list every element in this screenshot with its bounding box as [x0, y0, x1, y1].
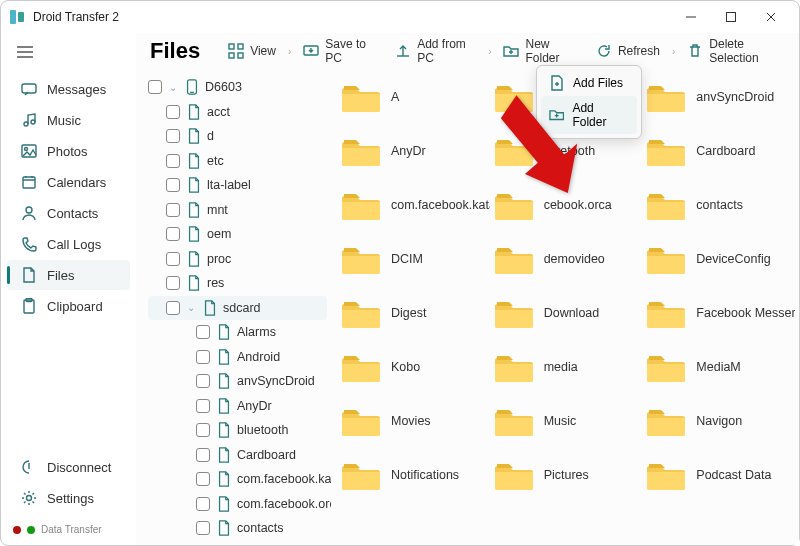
sidebar-item-settings[interactable]: Settings [7, 483, 130, 513]
folder-item[interactable]: Facebook Messer [646, 291, 795, 335]
tree-item-AnyDr[interactable]: AnyDr [148, 394, 327, 419]
tree-item-label: res [207, 276, 224, 290]
tree-item-proc[interactable]: proc [148, 247, 327, 272]
svg-rect-21 [229, 53, 234, 58]
folder-icon [646, 188, 686, 222]
close-button[interactable] [751, 3, 791, 31]
upload-icon [395, 43, 411, 59]
checkbox[interactable] [196, 521, 210, 535]
checkbox[interactable] [166, 203, 180, 217]
sidebar-item-files[interactable]: Files [7, 260, 130, 290]
folder-item[interactable]: Podcast Data [646, 453, 795, 497]
checkbox[interactable] [196, 374, 210, 388]
checkbox[interactable] [166, 105, 180, 119]
toolbar: Files View › Save to PC Add from PC › [136, 33, 799, 69]
tree-item-Cardboard[interactable]: Cardboard [148, 443, 327, 468]
folder-item[interactable]: MediaM [646, 345, 795, 389]
caret-icon[interactable]: ⌄ [168, 82, 178, 93]
view-button[interactable]: View [222, 39, 282, 63]
tree-item-Android[interactable]: Android [148, 345, 327, 370]
checkbox[interactable] [196, 399, 210, 413]
tree-item-Alarms[interactable]: Alarms [148, 320, 327, 345]
svg-rect-20 [238, 44, 243, 49]
folder-item[interactable]: Download [494, 291, 643, 335]
hamburger-icon[interactable] [17, 45, 136, 63]
status-dot-green [27, 526, 35, 534]
checkbox[interactable] [166, 301, 180, 315]
save-to-pc-button[interactable]: Save to PC [297, 33, 383, 69]
tree-item-com-facebook-orc[interactable]: com.facebook.orc [148, 492, 327, 517]
caret-icon[interactable]: ⌄ [186, 302, 196, 313]
sidebar-item-calendars[interactable]: Calendars [7, 167, 130, 197]
tree-item-sdcard[interactable]: ⌄sdcard [148, 296, 327, 321]
folder-item[interactable]: contacts [646, 183, 795, 227]
checkbox[interactable] [148, 80, 162, 94]
add-from-pc-button[interactable]: Add from PC [389, 33, 482, 69]
sidebar-item-contacts[interactable]: Contacts [7, 198, 130, 228]
checkbox[interactable] [166, 252, 180, 266]
tree-item-d[interactable]: d [148, 124, 327, 149]
checkbox[interactable] [196, 472, 210, 486]
tree-item-anvSyncDroid[interactable]: anvSyncDroid [148, 369, 327, 394]
refresh-button[interactable]: Refresh [590, 39, 666, 63]
folder-item[interactable]: Cardboard [646, 129, 795, 173]
folder-item[interactable]: Pictures [494, 453, 643, 497]
folder-icon [494, 458, 534, 492]
folder-item[interactable]: Navigon [646, 399, 795, 443]
tree-item-mnt[interactable]: mnt [148, 198, 327, 223]
tree-item-contacts[interactable]: contacts [148, 516, 327, 541]
maximize-button[interactable] [711, 3, 751, 31]
checkbox[interactable] [196, 448, 210, 462]
folder-item[interactable]: Notifications [341, 453, 490, 497]
folder-item[interactable]: Movies [341, 399, 490, 443]
tree-item-com-facebook-kat[interactable]: com.facebook.kat [148, 467, 327, 492]
sidebar-item-clipboard[interactable]: Clipboard [7, 291, 130, 321]
checkbox[interactable] [196, 423, 210, 437]
new-folder-button[interactable]: New Folder [497, 33, 583, 69]
delete-selection-button[interactable]: Delete Selection [681, 33, 791, 69]
folder-item[interactable]: demovideo [494, 237, 643, 281]
sidebar-item-call-logs[interactable]: Call Logs [7, 229, 130, 259]
folder-item[interactable]: DCIM [341, 237, 490, 281]
checkbox[interactable] [166, 227, 180, 241]
folder-icon [341, 134, 381, 168]
folder-item[interactable]: Kobo [341, 345, 490, 389]
folder-item[interactable]: DeviceConfig [646, 237, 795, 281]
tree-item-bluetooth[interactable]: bluetooth [148, 418, 327, 443]
sidebar-item-photos[interactable]: Photos [7, 136, 130, 166]
sidebar-item-music[interactable]: Music [7, 105, 130, 135]
svg-rect-22 [238, 53, 243, 58]
checkbox[interactable] [166, 154, 180, 168]
folder-item[interactable]: media [494, 345, 643, 389]
checkbox[interactable] [196, 350, 210, 364]
tree-item-lta-label[interactable]: lta-label [148, 173, 327, 198]
folder-icon [341, 242, 381, 276]
sidebar-item-disconnect[interactable]: Disconnect [7, 452, 130, 482]
folder-label: Download [544, 306, 600, 320]
checkbox[interactable] [166, 178, 180, 192]
folder-tree: ⌄D6603acctdetclta-labelmntoemprocres⌄sdc… [136, 69, 331, 545]
checkbox[interactable] [166, 129, 180, 143]
clipboard-icon [21, 298, 37, 314]
tree-item-acct[interactable]: acct [148, 100, 327, 125]
tree-item-D6603[interactable]: ⌄D6603 [148, 75, 327, 100]
checkbox[interactable] [196, 325, 210, 339]
folder-item[interactable]: AnyDr [341, 129, 490, 173]
checkbox[interactable] [166, 276, 180, 290]
folder-item[interactable]: com.facebook.katana [341, 183, 490, 227]
tree-item-oem[interactable]: oem [148, 222, 327, 247]
folder-item[interactable]: Digest [341, 291, 490, 335]
minimize-button[interactable] [671, 3, 711, 31]
tree-item-etc[interactable]: etc [148, 149, 327, 174]
sidebar-item-messages[interactable]: Messages [7, 74, 130, 104]
main-panel: Files View › Save to PC Add from PC › [136, 33, 799, 545]
folder-item[interactable]: A [341, 75, 490, 119]
folder-item[interactable]: anvSyncDroid [646, 75, 795, 119]
folder-item[interactable]: Music [494, 399, 643, 443]
folder-label: Pictures [544, 468, 589, 482]
folder-icon [494, 296, 534, 330]
tree-item-res[interactable]: res [148, 271, 327, 296]
checkbox[interactable] [196, 497, 210, 511]
sidebar-item-label: Music [47, 113, 81, 128]
folder-label: A [391, 90, 399, 104]
